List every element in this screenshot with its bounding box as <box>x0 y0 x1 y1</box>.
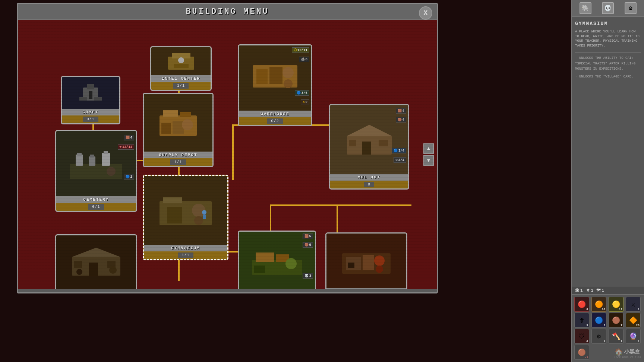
warehouse-card[interactable]: ⬡ 10/11 🪨 8 🔵 3/6 ⚙ 2 WAREHOUSE 0/2 <box>238 44 312 126</box>
panel-icon-skull[interactable]: 💀 <box>602 2 614 14</box>
inv-slot-8[interactable]: 🛡 6 <box>574 329 589 344</box>
inv-icon-11: 🔮 <box>629 332 637 340</box>
svg-point-12 <box>282 67 294 78</box>
inv-slot-2[interactable]: 🟡 12 <box>609 297 624 312</box>
panel-building-name: GYMNASIUM <box>575 21 641 26</box>
inv-slot-1[interactable]: 🟠 10 <box>591 297 606 312</box>
svg-rect-55 <box>363 255 374 270</box>
panel-bullet2: · UNLOCKS THE "VILLAGE" CARD. <box>575 74 641 79</box>
right-panel: 🐘 💀 ⚙ GYMNASIUM A PLACE WHERE YOU'LL LEA… <box>571 0 644 362</box>
watermark-sub: LOOP HERO V0.3128 <box>615 356 641 359</box>
svg-rect-24 <box>90 155 94 158</box>
inv-count-3: 1 <box>638 308 640 311</box>
svg-rect-43 <box>89 263 98 276</box>
svg-rect-44 <box>74 261 82 268</box>
svg-point-13 <box>284 79 293 88</box>
map-count: 1 <box>602 288 604 293</box>
svg-point-51 <box>285 258 297 269</box>
inv-slot-10[interactable]: 🪓 1 <box>609 329 624 344</box>
smelter-card[interactable]: SMELTER <box>325 232 407 289</box>
intel-center-counter: 1/1 <box>173 83 189 89</box>
svg-point-56 <box>374 255 385 266</box>
svg-rect-40 <box>379 140 388 146</box>
resource-weapons: 🗡 1 <box>586 288 594 293</box>
inv-count-4: 3 <box>586 324 588 327</box>
weapons-icon: 🗡 <box>586 288 590 293</box>
svg-point-46 <box>76 269 82 275</box>
warehouse-res3: 🔵 3/6 <box>295 90 309 96</box>
inv-count-6: 7 <box>621 324 622 327</box>
svg-rect-22 <box>77 153 82 156</box>
inv-icon-3: ⚔ <box>631 300 635 308</box>
buildings-count: 1 <box>580 288 583 293</box>
scroll-controls: ▲ ▼ <box>423 143 434 166</box>
mud-hut-image: 🟫 4 🟤 4 🔵 3/4 ⚙ 2/4 <box>330 105 408 174</box>
svg-rect-16 <box>180 112 191 117</box>
crypt-card[interactable]: CRYPT 0/1 <box>61 76 120 124</box>
warehouse-counter: 0/2 <box>267 118 282 124</box>
panel-icon-gear[interactable]: ⚙ <box>625 2 637 14</box>
resource-buildings: 🏛 1 <box>575 288 583 293</box>
gymnasium-card[interactable]: GYMNASIUM 1/1 <box>143 175 228 260</box>
inv-count-9: 1 <box>603 340 605 343</box>
svg-rect-26 <box>104 151 108 154</box>
svg-rect-4 <box>94 97 102 101</box>
inv-slot-5[interactable]: 🔵 2 <box>591 313 606 328</box>
inv-count-1: 10 <box>602 308 605 311</box>
scroll-up-button[interactable]: ▲ <box>423 143 434 154</box>
inv-slot-0[interactable]: 🔴 8 <box>574 297 589 312</box>
inv-slot-4[interactable]: 🗡 3 <box>574 313 589 328</box>
cemetery-image: 🟫 4 ❤ 12/14 🔵 2 <box>56 131 136 196</box>
panel-icon-elephant[interactable]: 🐘 <box>580 2 591 14</box>
farm-card[interactable]: 🟫 5 🟤 5 💀 3 FARM <box>238 231 316 289</box>
inv-icon-12: 🟤 <box>578 348 586 356</box>
svg-point-7 <box>178 57 184 63</box>
svg-rect-29 <box>163 197 182 203</box>
menu-title-bar: BUILDING MENU X <box>18 4 437 20</box>
warehouse-res2: 🪨 8 <box>299 57 309 62</box>
cemetery-counter: 0/1 <box>88 204 104 210</box>
smelter-label: SMELTER <box>326 288 406 289</box>
cemetery-res2: ❤ 12/14 <box>118 144 134 150</box>
svg-point-33 <box>194 216 203 225</box>
inv-slot-6[interactable]: 🟤 7 <box>609 313 624 328</box>
svg-rect-38 <box>362 142 371 155</box>
menu-title: BUILDING MENU <box>186 7 269 16</box>
svg-rect-23 <box>89 156 95 166</box>
cemetery-card[interactable]: 🟫 4 ❤ 12/14 🔵 2 CEMETERY 0/1 <box>55 130 137 212</box>
warehouse-res4: ⚙ 2 <box>301 99 309 105</box>
inv-count-5: 2 <box>603 324 605 327</box>
intel-center-card[interactable]: INTEL CENTER 1/1 <box>150 46 212 91</box>
mud-hut-card[interactable]: 🟫 4 🟤 4 🔵 3/4 ⚙ 2/4 MUD HUT 0 <box>329 104 409 190</box>
supply-depot-card[interactable]: SUPPLY DEPOT 1/1 <box>143 93 214 167</box>
inv-slot-11[interactable]: 🔮 1 <box>626 329 641 344</box>
inv-slot-12[interactable]: 🟤 -1 <box>574 345 589 360</box>
svg-rect-25 <box>102 153 110 166</box>
mud-hut-res4: ⚙ 2/4 <box>394 157 406 163</box>
building-menu-window: BUILDING MENU X <box>17 3 438 293</box>
warehouse-image: ⬡ 10/11 🪨 8 🔵 3/6 ⚙ 2 <box>239 45 311 111</box>
scroll-down-button[interactable]: ▼ <box>423 155 434 166</box>
svg-rect-52 <box>254 266 265 273</box>
supply-depot-label: SUPPLY DEPOT <box>144 152 212 158</box>
warehouse-label: WAREHOUSE <box>239 111 311 117</box>
inv-icon-0: 🔴 <box>578 300 586 308</box>
svg-rect-10 <box>256 69 268 84</box>
inv-icon-5: 🔵 <box>595 316 603 324</box>
gymnasium-image <box>144 176 227 245</box>
cemetery-res1: 🟫 4 <box>124 135 134 140</box>
smelter-image <box>326 234 406 288</box>
svg-rect-8 <box>174 64 189 68</box>
svg-rect-58 <box>348 263 354 268</box>
inv-slot-7[interactable]: 🔶 23 <box>626 313 641 328</box>
inv-count-7: 23 <box>636 324 640 327</box>
close-button[interactable]: X <box>419 6 432 20</box>
refuge-card[interactable]: REFUGE <box>55 234 137 289</box>
watermark-brand: 小黑盒 <box>624 349 640 355</box>
inv-slot-9[interactable]: ⚙ 1 <box>591 329 606 344</box>
warehouse-res1: ⬡ 10/11 <box>292 47 309 53</box>
cemetery-res3: 🔵 2 <box>124 174 134 180</box>
svg-rect-35 <box>203 215 206 219</box>
mud-hut-res2: 🟤 4 <box>396 117 406 123</box>
inv-slot-3[interactable]: ⚔ 1 <box>626 297 641 312</box>
